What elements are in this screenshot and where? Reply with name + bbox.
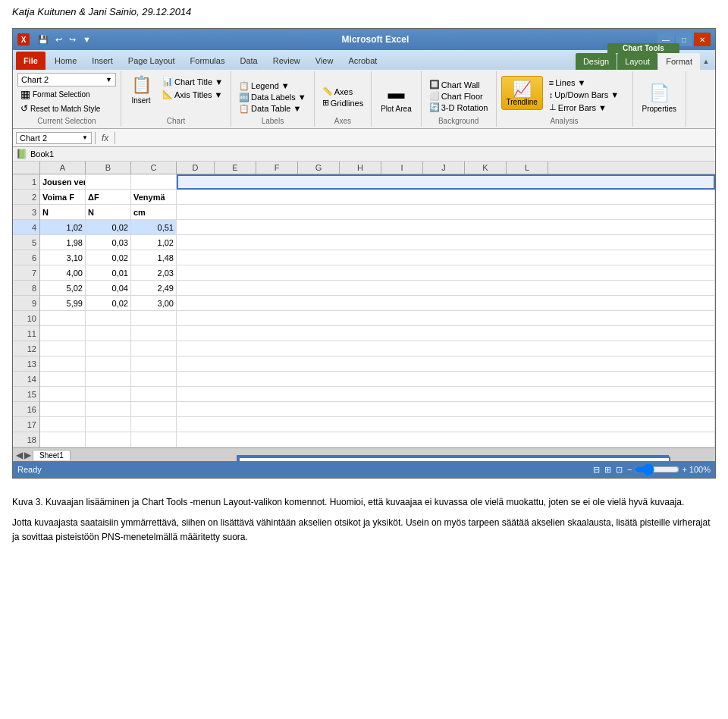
sheet-nav-right[interactable]: ▶: [24, 450, 31, 460]
cell-A9[interactable]: 5,99: [40, 296, 86, 311]
cell-A13[interactable]: [40, 356, 86, 372]
cell-B10[interactable]: [86, 311, 131, 326]
cell-B5[interactable]: 0,03: [86, 235, 131, 250]
zoom-in-btn[interactable]: +: [682, 465, 686, 474]
cell-A10[interactable]: [40, 311, 86, 326]
cell-A18[interactable]: [40, 432, 86, 447]
cell-C1[interactable]: [131, 174, 177, 190]
cell-C11[interactable]: [131, 326, 177, 341]
data-labels-btn[interactable]: 🔤 Data Labels ▼: [236, 92, 309, 103]
cell-B11[interactable]: [86, 326, 131, 341]
properties-btn[interactable]: 📄 Properties: [638, 81, 682, 115]
cell-A15[interactable]: [40, 387, 86, 402]
tab-view[interactable]: View: [308, 52, 341, 70]
reset-to-match-style-btn[interactable]: ↺ Reset to Match Style: [17, 102, 116, 115]
tab-formulas[interactable]: Formulas: [183, 52, 233, 70]
cell-D16[interactable]: [177, 402, 715, 417]
lines-btn[interactable]: ≡ Lines ▼: [546, 77, 622, 88]
cell-A1[interactable]: Jousen venyminen: [40, 174, 86, 190]
cell-B13[interactable]: [86, 356, 131, 372]
view-normal-icon[interactable]: ⊟: [593, 465, 600, 475]
cell-B6[interactable]: 0,02: [86, 250, 131, 265]
undo-quick-btn[interactable]: ↩: [53, 34, 64, 46]
axis-titles-btn[interactable]: 📐 Axis Titles ▼: [159, 89, 226, 100]
zoom-slider[interactable]: [634, 463, 679, 476]
cell-B3[interactable]: N: [86, 205, 131, 220]
format-selection-btn[interactable]: ▦ Format Selection: [17, 86, 116, 102]
tab-review[interactable]: Review: [265, 52, 308, 70]
customize-quick-btn[interactable]: ▼: [80, 34, 93, 45]
cell-B15[interactable]: [86, 387, 131, 402]
cell-C10[interactable]: [131, 311, 177, 326]
cell-D15[interactable]: [177, 387, 715, 402]
cell-D11[interactable]: [177, 326, 715, 341]
cell-C18[interactable]: [131, 432, 177, 447]
cell-C8[interactable]: 2,49: [131, 281, 177, 296]
cell-A2[interactable]: Voima F: [40, 190, 86, 205]
cell-A12[interactable]: [40, 341, 86, 356]
view-page-icon[interactable]: ⊡: [616, 465, 623, 475]
cell-B4[interactable]: 0,02: [86, 220, 131, 235]
cell-D9[interactable]: [177, 296, 715, 311]
axes-btn[interactable]: 📏 Axes: [319, 86, 356, 97]
cell-D14[interactable]: [177, 372, 715, 387]
name-box[interactable]: Chart 2 ▼: [16, 132, 92, 144]
cell-A4[interactable]: 1,02: [40, 220, 86, 235]
tab-data[interactable]: Data: [232, 52, 265, 70]
tab-design[interactable]: Design: [576, 53, 617, 70]
zoom-out-btn[interactable]: −: [627, 465, 632, 474]
insert-btn[interactable]: 📋 Insert: [126, 73, 156, 107]
tab-insert[interactable]: Insert: [84, 52, 121, 70]
save-quick-btn[interactable]: 💾: [36, 34, 51, 46]
cell-D13[interactable]: [177, 356, 715, 372]
legend-btn[interactable]: 📋 Legend ▼: [236, 80, 293, 92]
cell-C5[interactable]: 1,02: [131, 235, 177, 250]
cell-C9[interactable]: 3,00: [131, 296, 177, 311]
tab-home[interactable]: Home: [47, 52, 84, 70]
cell-B17[interactable]: [86, 417, 131, 432]
tab-acrobat[interactable]: Acrobat: [340, 52, 384, 70]
plot-area-btn[interactable]: ▬ Plot Area: [376, 81, 416, 115]
cell-D10[interactable]: [177, 311, 715, 326]
cell-A6[interactable]: 3,10: [40, 250, 86, 265]
sheet-tab-1[interactable]: Sheet1: [33, 450, 71, 460]
up-down-bars-btn[interactable]: ↕ Up/Down Bars ▼: [546, 89, 622, 100]
formula-input[interactable]: [118, 133, 712, 143]
cell-B7[interactable]: 0,01: [86, 265, 131, 281]
tab-file[interactable]: File: [16, 52, 46, 70]
cell-B1[interactable]: [86, 174, 131, 190]
cell-A7[interactable]: 4,00: [40, 265, 86, 281]
3d-rotation-btn[interactable]: 🔄 3-D Rotation: [426, 102, 491, 113]
cell-B14[interactable]: [86, 372, 131, 387]
cell-D8[interactable]: [177, 281, 715, 296]
view-layout-icon[interactable]: ⊞: [604, 465, 611, 475]
cell-B8[interactable]: 0,04: [86, 281, 131, 296]
cell-D5[interactable]: [177, 235, 715, 250]
sheet-nav-left[interactable]: ◀: [16, 450, 23, 460]
cell-A11[interactable]: [40, 326, 86, 341]
cell-A8[interactable]: 5,02: [40, 281, 86, 296]
tab-layout[interactable]: Layout: [617, 53, 657, 70]
cell-D4[interactable]: [177, 220, 715, 235]
chart-area[interactable]: 3,5 3 2,5 2 1,5 1 0,5 0 0 1 2 3 4: [237, 455, 669, 461]
chart-wall-btn[interactable]: 🔲 Chart Wall: [426, 79, 483, 90]
cell-D1[interactable]: [177, 174, 715, 190]
cell-C12[interactable]: [131, 341, 177, 356]
cell-C14[interactable]: [131, 372, 177, 387]
chart-title-btn[interactable]: 📊 Chart Title ▼: [159, 76, 226, 87]
redo-quick-btn[interactable]: ↪: [67, 34, 78, 46]
cell-C13[interactable]: [131, 356, 177, 372]
cell-C6[interactable]: 1,48: [131, 250, 177, 265]
cell-C15[interactable]: [131, 387, 177, 402]
tab-format[interactable]: Format: [658, 53, 700, 70]
cell-C4[interactable]: 0,51: [131, 220, 177, 235]
cell-D12[interactable]: [177, 341, 715, 356]
cell-A14[interactable]: [40, 372, 86, 387]
cell-B12[interactable]: [86, 341, 131, 356]
cell-A5[interactable]: 1,98: [40, 235, 86, 250]
data-table-btn[interactable]: 📋 Data Table ▼: [236, 103, 304, 115]
trendline-btn[interactable]: 📈 Trendline: [501, 76, 543, 110]
cell-A3[interactable]: N: [40, 205, 86, 220]
cell-B16[interactable]: [86, 402, 131, 417]
cell-D2[interactable]: [177, 190, 715, 205]
